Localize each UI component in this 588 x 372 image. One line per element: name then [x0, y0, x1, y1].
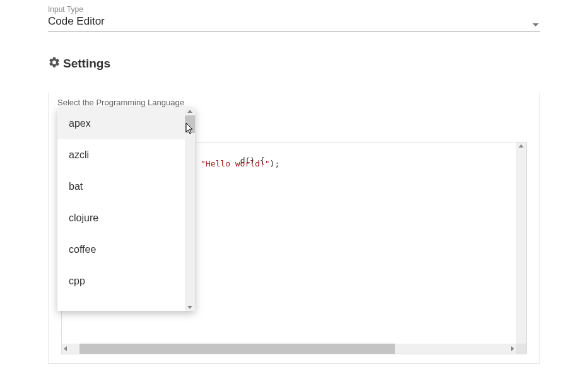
scroll-up-icon[interactable]: [187, 110, 192, 113]
scroll-thumb[interactable]: [185, 115, 195, 133]
input-type-label: Input Type: [48, 5, 540, 14]
settings-panel: Select the Programming Language d() { "H…: [48, 93, 540, 364]
language-option-cpp[interactable]: cpp: [57, 265, 195, 297]
chevron-down-icon[interactable]: [532, 23, 539, 26]
scroll-corner: [516, 344, 526, 354]
code-line: "Hello world!");: [201, 159, 279, 168]
language-option-azcli[interactable]: azcli: [57, 139, 195, 171]
scroll-up-icon[interactable]: [519, 144, 524, 148]
language-option-apex[interactable]: apex: [57, 108, 195, 139]
dropdown-scrollbar[interactable]: [185, 108, 195, 311]
input-type-value: Code Editor: [48, 15, 105, 27]
language-option-coffee[interactable]: coffee: [57, 234, 195, 265]
editor-horizontal-scrollbar[interactable]: [62, 344, 526, 354]
editor-vertical-scrollbar[interactable]: [516, 142, 526, 344]
input-type-field[interactable]: Input Type Code Editor: [48, 5, 540, 32]
gear-icon: [48, 56, 61, 71]
language-select-label: Select the Programming Language: [57, 98, 184, 107]
scroll-down-icon[interactable]: [187, 306, 192, 309]
language-option-bat[interactable]: bat: [57, 171, 195, 202]
scroll-thumb[interactable]: [79, 344, 395, 354]
scroll-right-icon[interactable]: [511, 346, 514, 351]
settings-title: Settings: [63, 57, 110, 71]
language-dropdown[interactable]: apexazclibatclojurecoffeecpp: [57, 108, 195, 311]
language-option-clojure[interactable]: clojure: [57, 202, 195, 234]
scroll-left-icon[interactable]: [64, 346, 67, 351]
settings-header: Settings: [48, 56, 540, 71]
